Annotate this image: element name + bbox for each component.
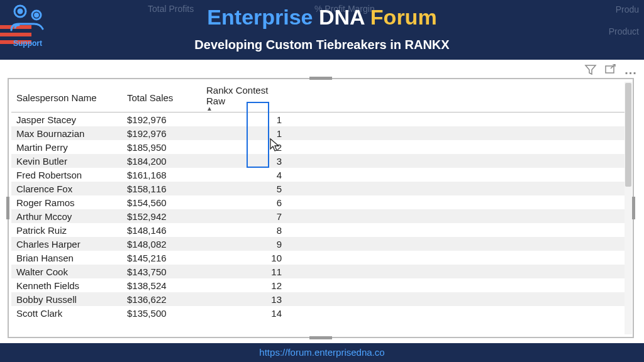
table-row[interactable]: Roger Ramos$154,5606	[11, 195, 630, 209]
cell-sales: $148,146	[122, 223, 201, 237]
footer-bar: https://forum.enterprisedna.co	[0, 343, 644, 362]
cell-name: Brian Hansen	[11, 251, 122, 265]
page-subtitle: Developing Custom Tiebreakers in RANKX	[0, 38, 644, 52]
cell-sales: $161,168	[122, 168, 201, 182]
cell-rank: 8	[201, 223, 292, 237]
cell-sales: $192,976	[122, 126, 201, 140]
cell-rank: 9	[201, 237, 292, 251]
table-row[interactable]: Arthur Mccoy$152,9427	[11, 209, 630, 223]
col-rankx-raw[interactable]: Rankx Contest Raw▲	[201, 82, 292, 112]
cell-rank: 10	[201, 251, 292, 265]
col-salesperson[interactable]: Salesperson Name	[11, 82, 122, 112]
filter-icon[interactable]	[582, 63, 599, 77]
cell-rank: 7	[201, 209, 292, 223]
cell-name: Clarence Fox	[11, 182, 122, 195]
cell-name: Kevin Butler	[11, 154, 122, 168]
table-row[interactable]: Martin Perry$185,9502	[11, 140, 630, 154]
cell-sales: $145,216	[122, 251, 201, 265]
cell-name: Scott Clark	[11, 306, 122, 320]
cell-rank: 4	[201, 168, 292, 182]
resize-handle-bottom[interactable]	[309, 336, 332, 339]
table-row[interactable]: Clarence Fox$158,1165	[11, 182, 630, 195]
header-banner: Support Total Profits % Profit Margin Pr…	[0, 0, 644, 60]
cell-rank: 12	[201, 278, 292, 292]
cell-sales: $184,200	[122, 154, 201, 168]
table-header-row: Salesperson Name Total Sales Rankx Conte…	[11, 82, 630, 112]
cell-sales: $143,750	[122, 265, 201, 278]
cell-sales: $185,950	[122, 140, 201, 154]
visual-toolbar: ...	[582, 63, 639, 77]
footer-link[interactable]: https://forum.enterprisedna.co	[259, 347, 384, 358]
cell-rank: 6	[201, 195, 292, 209]
cell-name: Fred Robertson	[11, 168, 122, 182]
resize-handle-right[interactable]	[632, 197, 635, 219]
cell-rank: 11	[201, 265, 292, 278]
focus-mode-icon[interactable]	[602, 63, 619, 77]
cell-rank: 3	[201, 154, 292, 168]
table-row[interactable]: Charles Harper$148,0829	[11, 237, 630, 251]
cell-sales: $136,622	[122, 292, 201, 306]
cell-rank: 13	[201, 292, 292, 306]
table-row[interactable]: Scott Clark$135,50014	[11, 306, 630, 320]
scrollbar-thumb[interactable]	[625, 83, 631, 187]
cell-sales: $138,524	[122, 278, 201, 292]
table-row[interactable]: Kenneth Fields$138,52412	[11, 278, 630, 292]
cell-name: Martin Perry	[11, 140, 122, 154]
cell-rank: 5	[201, 182, 292, 195]
cell-sales: $135,500	[122, 306, 201, 320]
table-row[interactable]: Walter Cook$143,75011	[11, 265, 630, 278]
forum-title: Enterprise DNA Forum	[0, 5, 644, 30]
table-visual[interactable]: Salesperson Name Total Sales Rankx Conte…	[8, 78, 634, 338]
scrollbar[interactable]	[625, 82, 632, 334]
table-row[interactable]: Brian Hansen$145,21610	[11, 251, 630, 265]
more-options-icon[interactable]: ...	[623, 63, 639, 77]
table-row[interactable]: Patrick Ruiz$148,1468	[11, 223, 630, 237]
cell-name: Patrick Ruiz	[11, 223, 122, 237]
cell-rank: 1	[201, 112, 292, 127]
cell-name: Bobby Russell	[11, 292, 122, 306]
cell-name: Roger Ramos	[11, 195, 122, 209]
resize-handle-left[interactable]	[6, 197, 9, 219]
table-row[interactable]: Kevin Butler$184,2003	[11, 154, 630, 168]
table-row[interactable]: Max Bournazian$192,9761	[11, 126, 630, 140]
table-row[interactable]: Fred Robertson$161,1684	[11, 168, 630, 182]
cell-name: Charles Harper	[11, 237, 122, 251]
cell-name: Arthur Mccoy	[11, 209, 122, 223]
cell-name: Walter Cook	[11, 265, 122, 278]
cell-rank: 14	[201, 306, 292, 320]
cell-name: Kenneth Fields	[11, 278, 122, 292]
cell-name: Jasper Stacey	[11, 112, 122, 127]
resize-handle-top[interactable]	[309, 77, 332, 80]
cell-sales: $154,560	[122, 195, 201, 209]
rank-table: Salesperson Name Total Sales Rankx Conte…	[11, 82, 630, 320]
cell-sales: $192,976	[122, 112, 201, 127]
table-row[interactable]: Bobby Russell$136,62213	[11, 292, 630, 306]
cell-sales: $148,082	[122, 237, 201, 251]
sort-asc-icon: ▲	[206, 107, 287, 111]
cell-sales: $158,116	[122, 182, 201, 195]
cell-sales: $152,942	[122, 209, 201, 223]
cell-name: Max Bournazian	[11, 126, 122, 140]
cell-rank: 1	[201, 126, 292, 140]
cell-rank: 2	[201, 140, 292, 154]
col-total-sales[interactable]: Total Sales	[122, 82, 201, 112]
table-row[interactable]: Jasper Stacey$192,9761	[11, 112, 630, 127]
